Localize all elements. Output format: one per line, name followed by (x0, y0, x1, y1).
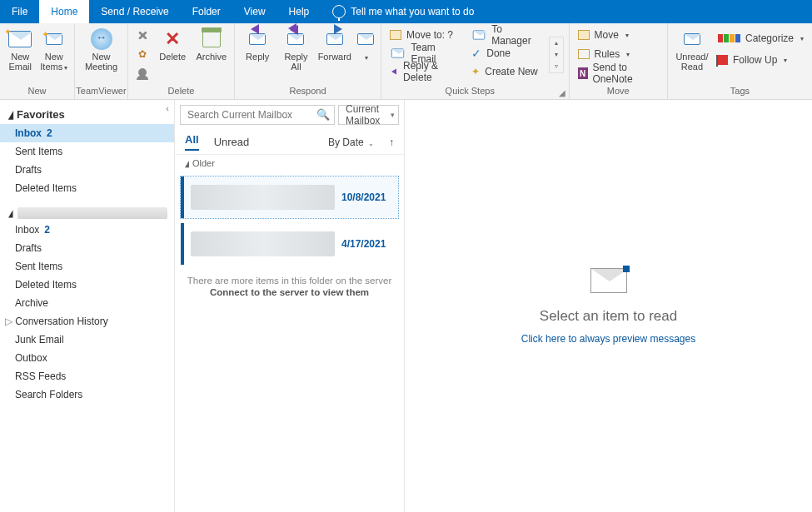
tab-home[interactable]: Home (39, 0, 89, 23)
folder-junk-email[interactable]: Junk Email (0, 331, 174, 349)
group-label: Quick Steps (381, 86, 559, 99)
folder-sent-items[interactable]: Sent Items (0, 257, 174, 276)
cleanup-button[interactable]: ✿ (133, 47, 152, 62)
favorites-header[interactable]: ◢Favorites (0, 105, 174, 124)
folder-nav: ‹ ◢Favorites Inbox2Sent ItemsDraftsDelet… (0, 100, 175, 512)
group-header-older[interactable]: ◢Older (175, 154, 404, 172)
qs-create-new[interactable]: ✦Create New (468, 63, 541, 80)
qs-to-manager[interactable]: To Manager (468, 27, 541, 43)
lightbulb-icon (332, 5, 346, 18)
group-label: New (0, 86, 74, 99)
unread-read-button[interactable]: Unread/ Read (673, 27, 711, 72)
delete-x-icon: ✕ (165, 30, 180, 48)
fav-drafts[interactable]: Drafts (0, 161, 174, 179)
qs-gallery-scroll[interactable]: ▴▾▿ (549, 37, 564, 73)
tab-file[interactable]: File (0, 0, 39, 23)
group-tags: Unread/ Read Categorize▾ Follow Up▾ Tags (668, 23, 812, 99)
group-new: ✦ New Email ✦ New Items▾ New (0, 23, 75, 99)
fav-deleted-items[interactable]: Deleted Items (0, 179, 174, 197)
sort-by-button[interactable]: By Date ⌄ (328, 137, 374, 148)
onenote-icon: N (578, 67, 588, 79)
send-to-onenote-button[interactable]: NSend to OneNote (575, 65, 662, 82)
move-button[interactable]: Move▾ (575, 27, 662, 43)
teamviewer-icon (91, 28, 112, 50)
tab-send-receive[interactable]: Send / Receive (89, 0, 180, 23)
sort-direction-button[interactable]: ↑ (389, 137, 394, 148)
group-delete: 🗙 ✿ ✕ Delete Archive Delete (128, 23, 235, 99)
archive-button[interactable]: Archive (194, 27, 230, 62)
folder-drafts[interactable]: Drafts (0, 239, 174, 257)
tab-help[interactable]: Help (277, 0, 321, 23)
forward-button[interactable]: Forward (317, 27, 352, 62)
always-preview-link[interactable]: Click here to always preview messages (521, 333, 695, 345)
search-icon[interactable]: 🔍 (316, 108, 330, 121)
reply-button[interactable]: Reply (240, 27, 275, 62)
rules-button[interactable]: Rules▾ (575, 46, 662, 62)
connect-server-notice: Connect to the server to view them (175, 287, 404, 304)
folder-conversation-history[interactable]: ▷ Conversation History (0, 312, 174, 331)
qs-reply-delete[interactable]: Reply & Delete (386, 63, 465, 80)
flag-icon (718, 55, 728, 65)
group-teamviewer: New Meeting TeamViewer (75, 23, 128, 99)
new-items-button[interactable]: ✦ New Items▾ (39, 27, 70, 73)
fav-inbox[interactable]: Inbox2 (0, 124, 174, 142)
group-label: Delete (128, 86, 234, 99)
qs-team-email[interactable]: Team Email (386, 45, 465, 62)
folder-inbox[interactable]: Inbox2 (0, 221, 174, 239)
group-respond: Reply Reply All Forward ▾ Respond (235, 23, 381, 99)
ribbon: ✦ New Email ✦ New Items▾ New New Meeting… (0, 23, 812, 100)
qs-move-to[interactable]: Move to: ? (386, 27, 465, 43)
fav-sent-items[interactable]: Sent Items (0, 142, 174, 161)
group-label: Respond (235, 86, 381, 99)
group-label: Move (570, 86, 667, 99)
folder-outbox[interactable]: Outbox (0, 349, 174, 367)
new-email-button[interactable]: ✦ New Email (5, 27, 36, 72)
tab-view[interactable]: View (232, 0, 277, 23)
group-quick-steps: Move to: ? Team Email Reply & Delete To … (381, 23, 570, 99)
junk-button[interactable] (133, 65, 152, 80)
new-meeting-button[interactable]: New Meeting (80, 27, 122, 72)
follow-up-button[interactable]: Follow Up▾ (715, 52, 807, 68)
group-move: Move▾ Rules▾ NSend to OneNote Move (570, 23, 668, 99)
folder-deleted-items[interactable]: Deleted Items (0, 276, 174, 294)
filter-unread[interactable]: Unread (214, 136, 250, 148)
group-label: Tags (668, 86, 812, 99)
search-input[interactable] (180, 105, 335, 125)
main-area: ‹ ◢Favorites Inbox2Sent ItemsDraftsDelet… (0, 100, 812, 512)
search-scope-dropdown[interactable]: Current Mailbox (338, 105, 399, 125)
collapse-nav-button[interactable]: ‹ (166, 103, 169, 113)
categorize-button[interactable]: Categorize▾ (715, 30, 807, 47)
filter-all[interactable]: All (185, 133, 199, 151)
categorize-icon (718, 34, 740, 42)
ribbon-tabbar: File Home Send / Receive Folder View Hel… (0, 0, 812, 23)
message-item[interactable]: 4/17/2021 (180, 222, 399, 266)
folder-rss-feeds[interactable]: RSS Feeds (0, 367, 174, 385)
account-header[interactable]: ◢ (7, 207, 167, 219)
qs-done[interactable]: ✓Done (468, 45, 541, 62)
message-list-pane: 🔍 Current Mailbox All Unread By Date ⌄ ↑… (175, 100, 405, 512)
archive-box-icon (202, 31, 221, 47)
envelope-icon (590, 268, 627, 293)
reading-pane-title: Select an item to read (540, 308, 677, 325)
more-respond-button[interactable]: ▾ (356, 27, 376, 63)
folder-search-folders[interactable]: Search Folders (0, 385, 174, 404)
group-label: TeamViewer (75, 86, 127, 99)
tell-me-input[interactable]: Tell me what you want to do (351, 6, 474, 17)
folder-archive[interactable]: Archive (0, 294, 174, 312)
qs-dialog-launcher[interactable]: ◢ (559, 88, 565, 97)
tab-folder[interactable]: Folder (181, 0, 232, 23)
reply-all-button[interactable]: Reply All (278, 27, 313, 72)
delete-button[interactable]: ✕ Delete (155, 27, 191, 62)
reading-pane: Select an item to read Click here to alw… (405, 100, 812, 512)
message-item[interactable]: 10/8/2021 (180, 176, 399, 219)
more-items-notice: There are more items in this folder on t… (175, 269, 404, 287)
ignore-button[interactable]: 🗙 (133, 28, 152, 43)
